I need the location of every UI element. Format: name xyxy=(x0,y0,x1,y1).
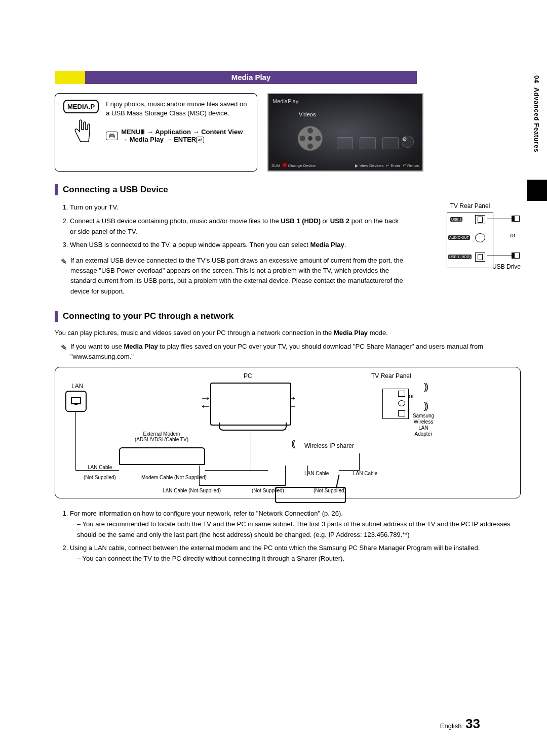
svg-point-4 xyxy=(315,136,321,141)
svg-point-3 xyxy=(300,136,305,141)
rear-panel-sm xyxy=(382,389,409,419)
header-title: Media Play xyxy=(85,71,417,84)
tv-videos-label: Videos xyxy=(299,111,316,117)
intro-card: MEDIA.P Enjoy photos, music and/or movie… xyxy=(55,93,257,172)
pc-icon xyxy=(210,383,291,433)
svg-point-5 xyxy=(308,136,312,141)
note-icon xyxy=(61,256,67,297)
tv-footer: SUM Change Device ▶ View Devices ↵ Enter… xyxy=(268,160,422,171)
section-network-head: Connecting to your PC through a network xyxy=(55,311,521,322)
section-usb-head: Connecting a USB Device xyxy=(55,184,521,195)
network-steps: For more information on how to configure… xyxy=(55,509,521,564)
hand-icon xyxy=(68,116,94,147)
usb-figure: TV Rear Panel USB 2 AUDIO OUT USB 1 (HDD… xyxy=(419,202,521,302)
chapter-num: 04 xyxy=(533,75,540,83)
mediap-icon: MEDIA.P xyxy=(63,100,99,113)
wifi-icon: )) xyxy=(424,382,427,392)
wifi-icon: )) xyxy=(424,401,427,411)
film-reel-icon xyxy=(296,124,324,152)
tv-mediaplay-label: MediaPlay xyxy=(272,98,298,104)
header-accent xyxy=(55,71,85,84)
svg-rect-7 xyxy=(74,403,77,405)
chapter-label: Advanced Features xyxy=(533,88,540,152)
svg-point-1 xyxy=(307,128,313,134)
page-footer: English 33 xyxy=(440,716,480,732)
network-intro: You can play pictures, music and videos … xyxy=(55,329,521,337)
intro-text: Enjoy photos, music and/or movie files s… xyxy=(106,100,249,118)
section-header: Media Play xyxy=(55,71,417,84)
lan-jack-icon xyxy=(65,391,87,412)
note-icon xyxy=(61,342,67,362)
network-figure: PC TV Rear Panel LAN → ← → ← or )) )) Sa… xyxy=(55,367,521,498)
usb-steps: Turn on your TV. Connect a USB device co… xyxy=(55,202,404,250)
tv-icon-1 xyxy=(337,137,353,149)
tv-icon-2 xyxy=(360,137,376,149)
side-black-bar xyxy=(527,180,547,201)
side-chapter-tab: 04 Advanced Features xyxy=(527,68,547,159)
tv-icon-3 xyxy=(382,137,399,149)
modem-icon xyxy=(119,447,205,465)
svg-point-2 xyxy=(307,143,313,149)
tv-preview: MediaPlay Videos ⚙ SUM Change Device ▶ V… xyxy=(267,93,423,172)
rear-panel-box: USB 2 AUDIO OUT USB 1 (HDD) xyxy=(447,213,493,268)
usb-note: If an external USB device connected to t… xyxy=(55,256,404,297)
menu-path: 🎮 MENUⅢ → Application → Content View → M… xyxy=(106,128,249,143)
network-note: If you want to use Media Play to play fi… xyxy=(55,342,521,362)
remote-icon: 🎮 xyxy=(106,132,118,140)
wifi-icon: (( xyxy=(291,438,294,449)
tv-gear-icon: ⚙ xyxy=(402,136,414,148)
